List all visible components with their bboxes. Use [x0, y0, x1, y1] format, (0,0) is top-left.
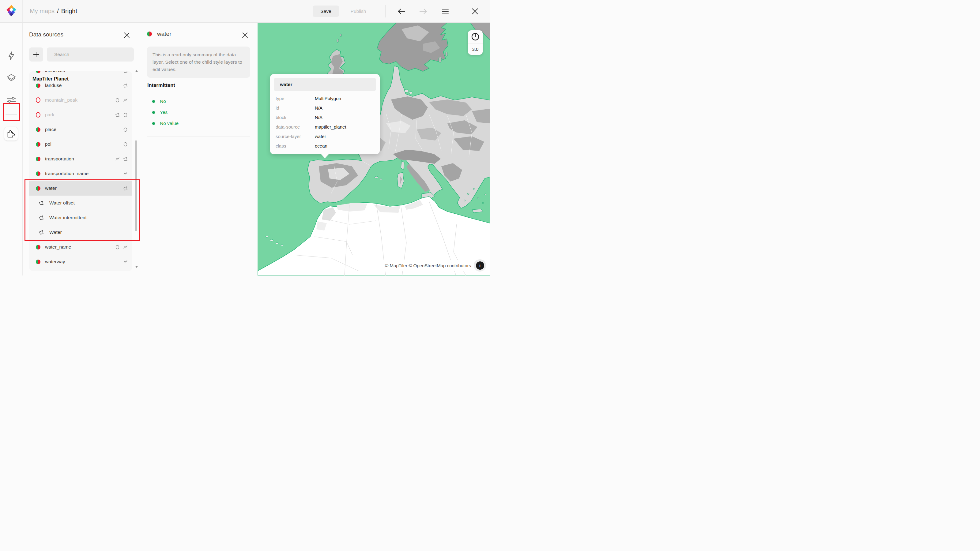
layer-row-water[interactable]: water: [29, 181, 132, 195]
layer-row-transportation[interactable]: transportation: [29, 151, 132, 166]
clock-icon: [471, 33, 479, 41]
polygon-type-icon: [123, 186, 128, 191]
forward-arrow-icon: [419, 8, 427, 14]
left-toolbar: [0, 22, 23, 275]
section-heading: Intermittent: [147, 83, 175, 88]
value-link-no-value[interactable]: No value: [147, 118, 178, 129]
plugins-button[interactable]: [4, 127, 18, 140]
save-button[interactable]: Save: [313, 5, 339, 17]
style-layer-row-water-offset[interactable]: Water offset: [29, 195, 132, 210]
line-type-icon: [123, 245, 128, 249]
breadcrumb-separator: /: [57, 8, 59, 15]
layers-icon: [7, 74, 16, 82]
visibility-dot-icon: [36, 83, 40, 88]
hidden-ring-icon: [36, 97, 40, 103]
circle-type-icon: [123, 142, 128, 147]
value-link-yes[interactable]: Yes: [147, 107, 178, 118]
circle-type-icon: [115, 245, 120, 249]
circle-type-icon: [115, 98, 120, 103]
visibility-dot-icon: [36, 171, 40, 176]
back-arrow-icon: [398, 8, 406, 14]
line-type-icon: [123, 171, 128, 176]
popup-title: water: [274, 78, 376, 91]
visibility-dot-icon: [36, 186, 40, 191]
layer-list: MapTiler Planet landcover landuse mounta…: [29, 71, 132, 271]
info-icon: i: [476, 261, 484, 270]
data-sources-panel: Data sources MapTiler Planet landcover: [22, 22, 140, 275]
popup-row-source-layer: source-layer water: [270, 132, 380, 141]
attribution-text: © MapTiler © OpenStreetMap contributors: [385, 260, 471, 271]
settings-sliders-button[interactable]: [0, 91, 22, 108]
close-editor-button[interactable]: [468, 0, 482, 22]
maptiler-logo-icon: [5, 5, 18, 18]
layer-row-mountain-peak[interactable]: mountain_peak: [29, 93, 132, 108]
attribution-bar: © MapTiler © OpenStreetMap contributors …: [363, 260, 490, 271]
polygon-type-icon: [39, 230, 44, 235]
close-icon: [472, 8, 478, 15]
visibility-dot-icon: [36, 142, 40, 147]
app-window: My maps / Bright Save Publish: [0, 0, 490, 275]
layer-summary-panel: water This is a read-only summary of the…: [140, 22, 258, 275]
close-data-sources-button[interactable]: [122, 30, 131, 40]
polygon-type-icon: [123, 157, 128, 161]
value-link-no[interactable]: No: [147, 96, 178, 107]
polygon-type-icon: [39, 200, 44, 205]
green-dot-icon: [152, 100, 155, 103]
layer-row-waterway[interactable]: waterway: [29, 254, 132, 269]
source-group-heading: MapTiler Planet: [29, 75, 132, 84]
maptiler-logo[interactable]: [0, 0, 23, 22]
quick-actions-button[interactable]: [0, 47, 22, 64]
close-layer-panel-button[interactable]: [240, 30, 250, 40]
map-zoom-control: 3.0: [468, 30, 483, 55]
read-only-summary-note: This is a read-only summary of the data …: [147, 46, 250, 78]
scrollbar-down-arrow[interactable]: [135, 266, 138, 268]
polygon-type-icon: [123, 83, 128, 88]
plus-icon: [33, 51, 39, 57]
polygon-type-icon: [115, 113, 120, 117]
popup-row-id: id N/A: [270, 103, 380, 113]
zoom-level-indicator[interactable]: 3.0: [468, 43, 483, 55]
popup-caret: [321, 154, 329, 158]
popup-row-type: type MultiPolygon: [270, 94, 380, 103]
scrollbar-thumb[interactable]: [135, 140, 137, 231]
layer-row-poi[interactable]: poi: [29, 137, 132, 151]
layer-row-water-name[interactable]: water_name: [29, 240, 132, 254]
visibility-dot-icon: [36, 71, 40, 73]
time-control-button[interactable]: [468, 30, 483, 43]
intermittent-values-list: No Yes No value: [147, 96, 178, 129]
popup-row-data-source: data-source maptiler_planet: [270, 122, 380, 132]
layer-row-place[interactable]: place: [29, 122, 132, 137]
layer-row-transportation-name[interactable]: transportation_name: [29, 166, 132, 181]
line-type-icon: [123, 260, 128, 264]
visibility-dot-icon: [36, 245, 40, 249]
layer-row-park[interactable]: park: [29, 108, 132, 122]
breadcrumb-current: Bright: [61, 8, 77, 15]
menu-button[interactable]: [439, 0, 452, 22]
popup-row-class: class ocean: [270, 141, 380, 151]
line-type-icon: [115, 157, 120, 161]
visibility-dot-icon: [36, 157, 40, 161]
search-input[interactable]: [47, 48, 134, 62]
style-layer-row-water-intermittent[interactable]: Water intermittent: [29, 210, 132, 225]
puzzle-icon: [7, 130, 15, 138]
polygon-type-icon: [39, 215, 44, 220]
polygon-type-icon: [123, 71, 128, 73]
rail-divider: [5, 114, 17, 115]
circle-type-icon: [123, 127, 128, 132]
style-layer-row-water[interactable]: Water: [29, 225, 132, 240]
undo-back-button[interactable]: [395, 0, 408, 22]
layers-button[interactable]: [0, 69, 22, 86]
map-canvas[interactable]: water type MultiPolygon id N/A block N/A…: [258, 22, 490, 275]
attribution-info-button[interactable]: i: [474, 259, 486, 272]
close-icon: [124, 32, 130, 38]
lightning-icon: [7, 51, 15, 60]
green-dot-icon: [152, 111, 155, 114]
breadcrumb-parent[interactable]: My maps: [30, 8, 54, 15]
publish-button[interactable]: Publish: [344, 5, 373, 17]
topbar-divider: [460, 5, 460, 17]
scrollbar-up-arrow[interactable]: [135, 70, 138, 72]
top-bar: My maps / Bright Save Publish: [0, 0, 490, 23]
add-source-button[interactable]: [29, 48, 43, 62]
feature-popup: water type MultiPolygon id N/A block N/A…: [270, 74, 380, 154]
redo-forward-button[interactable]: [417, 0, 430, 22]
